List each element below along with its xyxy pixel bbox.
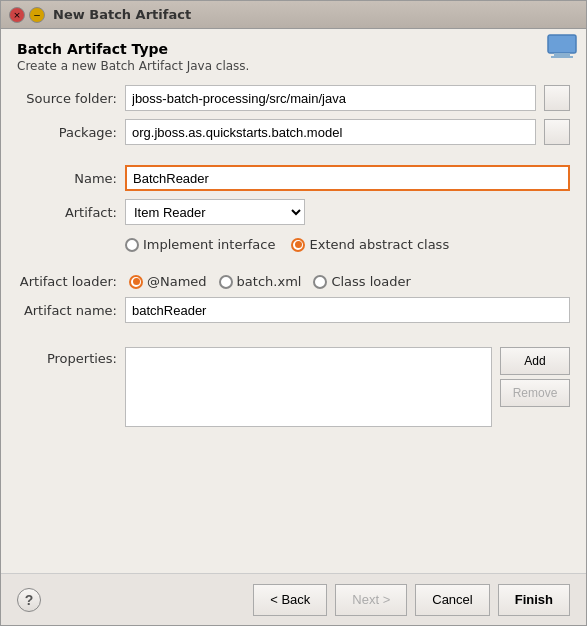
artifact-name-input[interactable] [125, 297, 570, 323]
package-row: Package: [17, 119, 570, 145]
artifact-select[interactable]: Item Reader Item Writer Item Processor B… [125, 199, 305, 225]
name-input[interactable] [125, 165, 570, 191]
package-input[interactable] [125, 119, 536, 145]
source-folder-row: Source folder: [17, 85, 570, 111]
artifact-loader-row: Artifact loader: @Named batch.xml Class … [17, 274, 570, 289]
back-button[interactable]: < Back [253, 584, 327, 616]
footer-right: < Back Next > Cancel Finish [253, 584, 570, 616]
name-label: Name: [17, 171, 117, 186]
loader-class-loader-label: Class loader [331, 274, 410, 289]
finish-button[interactable]: Finish [498, 584, 570, 616]
svg-rect-1 [554, 53, 570, 56]
svg-rect-0 [548, 35, 576, 53]
loader-named-option[interactable]: @Named [129, 274, 207, 289]
footer-left: ? [17, 588, 41, 612]
artifact-label: Artifact: [17, 205, 117, 220]
extend-abstract-class-label: Extend abstract class [309, 237, 449, 252]
loader-batch-xml-label: batch.xml [237, 274, 302, 289]
close-icon: × [13, 10, 21, 20]
source-folder-input[interactable] [125, 85, 536, 111]
section-title: Batch Artifact Type [17, 41, 570, 57]
source-folder-label: Source folder: [17, 91, 117, 106]
class-type-radio-group: Implement interface Extend abstract clas… [125, 237, 570, 252]
loader-batch-xml-option[interactable]: batch.xml [219, 274, 302, 289]
section-subtitle: Create a new Batch Artifact Java class. [17, 59, 570, 73]
minimize-button[interactable]: − [29, 7, 45, 23]
properties-row: Properties: Add Remove [17, 347, 570, 427]
name-row: Name: [17, 165, 570, 191]
extend-abstract-class-radio[interactable] [291, 238, 305, 252]
loader-named-radio[interactable] [129, 275, 143, 289]
monitor-icon [546, 33, 578, 61]
package-label: Package: [17, 125, 117, 140]
loader-options: @Named batch.xml Class loader [129, 274, 411, 289]
artifact-loader-label: Artifact loader: [17, 274, 117, 289]
remove-button[interactable]: Remove [500, 379, 570, 407]
properties-label: Properties: [17, 347, 117, 366]
loader-class-loader-option[interactable]: Class loader [313, 274, 410, 289]
implement-interface-label: Implement interface [143, 237, 275, 252]
window-title: New Batch Artifact [53, 7, 191, 22]
artifact-name-label: Artifact name: [17, 303, 117, 318]
source-folder-browse-button[interactable] [544, 85, 570, 111]
properties-textarea[interactable] [125, 347, 492, 427]
close-button[interactable]: × [9, 7, 25, 23]
properties-buttons: Add Remove [500, 347, 570, 407]
add-button[interactable]: Add [500, 347, 570, 375]
loader-class-loader-radio[interactable] [313, 275, 327, 289]
next-button[interactable]: Next > [335, 584, 407, 616]
implement-interface-option[interactable]: Implement interface [125, 237, 275, 252]
implement-interface-radio[interactable] [125, 238, 139, 252]
package-browse-button[interactable] [544, 119, 570, 145]
loader-batch-xml-radio[interactable] [219, 275, 233, 289]
titlebar-buttons: × − [9, 7, 45, 23]
titlebar: × − New Batch Artifact [1, 1, 586, 29]
artifact-row: Artifact: Item Reader Item Writer Item P… [17, 199, 570, 225]
minimize-icon: − [33, 10, 41, 20]
cancel-button[interactable]: Cancel [415, 584, 489, 616]
footer: ? < Back Next > Cancel Finish [1, 573, 586, 625]
help-button[interactable]: ? [17, 588, 41, 612]
loader-named-label: @Named [147, 274, 207, 289]
svg-rect-2 [551, 56, 573, 58]
artifact-name-row: Artifact name: [17, 297, 570, 323]
monitor-icon-area [546, 33, 578, 64]
extend-abstract-class-option[interactable]: Extend abstract class [291, 237, 449, 252]
